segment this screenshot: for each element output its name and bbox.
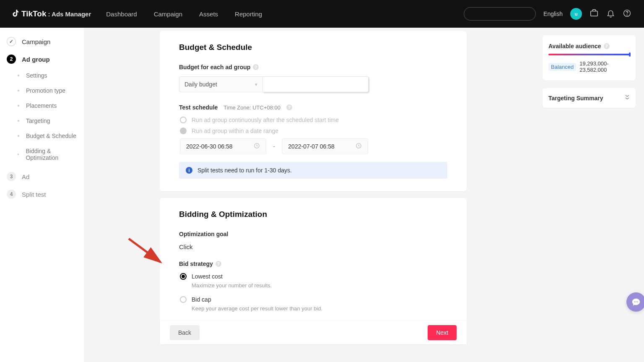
step-label: Campaign [22, 38, 50, 45]
radio-description: Maximize your number of results. [179, 282, 447, 289]
bid-strategy-label: Bid strategy ? [179, 260, 447, 267]
bid-lowest-cost-radio[interactable]: Lowest cost [179, 273, 447, 280]
check-icon: ✓ [7, 37, 16, 46]
logo-subtitle: : Ads Manager [48, 10, 91, 18]
radio-label: Lowest cost [192, 273, 223, 280]
radio-icon [180, 296, 187, 303]
substep-budget-schedule[interactable]: Budget & Schedule [0, 128, 84, 143]
info-text: Split tests need to run for 1-30 days. [197, 167, 292, 174]
timezone-text: Time Zone: UTC+08:00 [223, 104, 280, 111]
radio-label: Run ad group within a date range [192, 128, 278, 134]
step-number-icon: 4 [7, 190, 16, 199]
nav-reporting[interactable]: Reporting [235, 10, 262, 18]
step-label: Ad group [22, 56, 50, 63]
avatar[interactable]: u [570, 8, 582, 20]
budget-label: Budget for each ad group ? [179, 64, 447, 70]
step-split-test[interactable]: 4 Split test [0, 185, 84, 203]
substep-settings[interactable]: Settings [0, 68, 84, 83]
budget-amount-input[interactable] [263, 76, 369, 92]
schedule-radio-range: Run ad group within a date range [179, 128, 447, 134]
chat-support-button[interactable] [626, 292, 644, 312]
substep-bidding-optimization[interactable]: Bidding & Optimization [0, 143, 84, 165]
language-selector[interactable]: English [543, 10, 563, 17]
schedule-label: Test schedule [179, 104, 218, 111]
search-input[interactable] [464, 7, 536, 21]
step-label: Ad [22, 173, 29, 180]
radio-description: Keep your average cost per result lower … [179, 305, 447, 312]
schedule-radio-continuous: Run ad group continuously after the sche… [179, 117, 447, 123]
help-icon[interactable]: ? [604, 43, 610, 49]
bell-icon[interactable] [606, 9, 615, 19]
audience-range: 19,293,000-23,582,000 [579, 60, 630, 73]
card-title: Budget & Schedule [179, 43, 447, 52]
business-icon[interactable] [589, 8, 599, 19]
radio-icon [180, 128, 187, 134]
radio-icon [180, 273, 187, 280]
svg-point-2 [627, 15, 627, 15]
clock-icon [356, 143, 362, 150]
app-header: TikTok : Ads Manager Dashboard Campaign … [0, 0, 644, 28]
nav-assets[interactable]: Assets [199, 10, 218, 18]
logo-text: TikTok [21, 9, 46, 18]
bid-cap-radio[interactable]: Bid cap [179, 296, 447, 303]
audience-gauge [548, 54, 630, 55]
substep-placements[interactable]: Placements [0, 98, 84, 113]
budget-schedule-card: Budget & Schedule Budget for each ad gro… [160, 31, 467, 191]
step-campaign[interactable]: ✓ Campaign [0, 33, 84, 50]
audience-title: Available audience ? [548, 43, 630, 49]
available-audience-card: Available audience ? Balanced 19,293,000… [543, 35, 636, 81]
back-button[interactable]: Back [170, 325, 200, 340]
svg-point-6 [634, 301, 635, 302]
gauge-knob-icon [629, 52, 631, 57]
step-ad[interactable]: 3 Ad [0, 168, 84, 185]
end-date-input[interactable]: 2022-07-07 06:58 [282, 138, 368, 154]
radio-label: Run ad group continuously after the sche… [192, 117, 339, 123]
date-separator: - [273, 143, 275, 150]
radio-label: Bid cap [192, 296, 211, 303]
info-icon: i [186, 167, 192, 174]
date-value: 2022-06-30 06:58 [186, 143, 233, 150]
nav-dashboard[interactable]: Dashboard [106, 10, 137, 18]
svg-rect-0 [591, 11, 598, 16]
radio-icon [180, 117, 187, 123]
help-icon[interactable]: ? [216, 261, 221, 267]
balanced-badge: Balanced [548, 63, 576, 71]
nav-campaign[interactable]: Campaign [154, 10, 182, 18]
budget-type-select[interactable]: Daily budget ▾ [179, 76, 263, 92]
card-title: Bidding & Optimization [179, 210, 447, 219]
targeting-summary-card[interactable]: Targeting Summary [543, 88, 636, 108]
substep-targeting[interactable]: Targeting [0, 113, 84, 128]
logo[interactable]: TikTok : Ads Manager [13, 9, 91, 19]
optimization-goal-label: Optimization goal [179, 231, 447, 237]
chevron-down-double-icon [625, 94, 630, 102]
select-value: Daily budget [184, 81, 217, 88]
start-date-input[interactable]: 2022-06-30 06:58 [180, 138, 266, 154]
svg-point-8 [637, 301, 638, 302]
step-ad-group[interactable]: 2 Ad group [0, 50, 84, 68]
step-label: Split test [22, 191, 46, 198]
targeting-summary-title: Targeting Summary [548, 95, 603, 102]
help-icon[interactable]: ? [286, 104, 292, 110]
top-nav: Dashboard Campaign Assets Reporting [106, 10, 262, 18]
substep-promotion-type[interactable]: Promotion type [0, 83, 84, 98]
help-icon[interactable] [623, 9, 631, 19]
step-number-icon: 3 [7, 172, 16, 181]
date-value: 2022-07-07 06:58 [288, 143, 335, 150]
info-banner: i Split tests need to run for 1-30 days. [179, 162, 447, 179]
step-number-icon: 2 [7, 55, 16, 64]
svg-point-7 [636, 301, 636, 302]
clock-icon [254, 143, 260, 150]
next-button[interactable]: Next [428, 325, 457, 340]
sidebar: ✓ Campaign 2 Ad group Settings Promotion… [0, 28, 84, 362]
optimization-goal-value: Click [179, 243, 447, 250]
footer-bar: Back Next [160, 321, 467, 344]
tiktok-logo-icon [13, 9, 20, 19]
help-icon[interactable]: ? [253, 64, 259, 70]
bidding-optimization-card: Bidding & Optimization Optimization goal… [160, 198, 467, 344]
chevron-down-icon: ▾ [255, 82, 257, 87]
